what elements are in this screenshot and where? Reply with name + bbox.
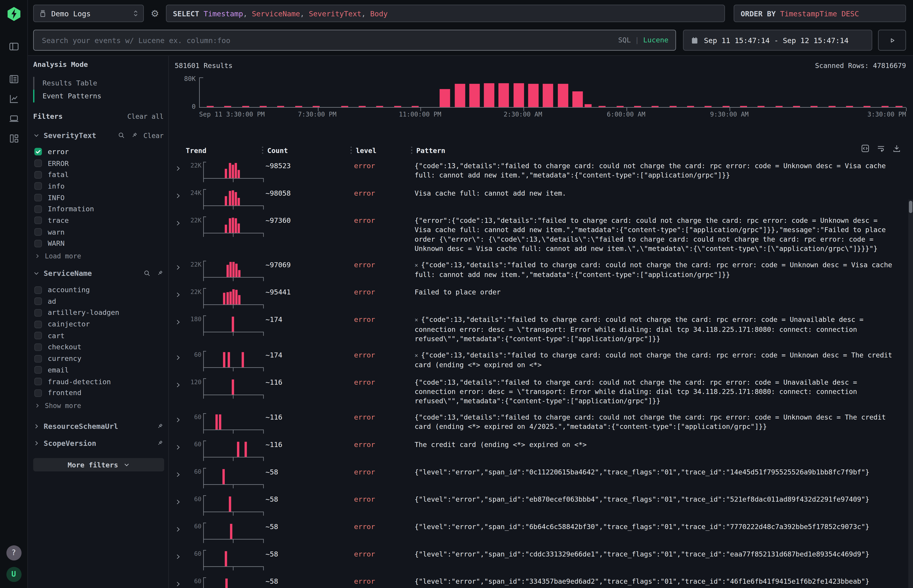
download-icon[interactable] xyxy=(892,144,902,153)
pattern-row[interactable]: 60~58error{"level":"error","span_id":"33… xyxy=(175,573,906,588)
filter-option-checkout[interactable]: checkout xyxy=(33,341,163,353)
mode-lucene[interactable]: Lucene xyxy=(643,36,668,44)
row-expand-chevron-icon[interactable] xyxy=(175,161,184,182)
user-avatar[interactable]: U xyxy=(6,567,21,582)
select-columns-input[interactable]: SELECT Timestamp, ServiceName, SeverityT… xyxy=(166,5,725,22)
pattern-row[interactable]: 60~58error{"level":"error","span_id":"cd… xyxy=(175,546,906,573)
count-cell: ~97360 xyxy=(265,215,354,253)
row-expand-chevron-icon[interactable] xyxy=(175,522,184,543)
filter-option-email[interactable]: email xyxy=(33,364,163,376)
row-expand-chevron-icon[interactable] xyxy=(175,350,184,371)
row-expand-chevron-icon[interactable] xyxy=(175,549,184,570)
pattern-row[interactable]: 60~58error{"level":"error","span_id":"6b… xyxy=(175,519,906,546)
search-icon[interactable] xyxy=(143,270,151,277)
pattern-row[interactable]: 24K~98058errorVisa cache full: cannot ad… xyxy=(175,185,906,212)
show-more-button[interactable]: Show more xyxy=(33,400,163,411)
vertical-scrollbar[interactable] xyxy=(908,200,913,588)
pin-icon[interactable] xyxy=(156,270,163,277)
run-query-button[interactable] xyxy=(878,30,906,50)
wrap-text-icon[interactable] xyxy=(876,144,885,153)
order-by-input[interactable]: ORDER BY TimestampTime DESC xyxy=(733,5,906,22)
row-expand-chevron-icon[interactable] xyxy=(175,439,184,460)
code-braces-icon[interactable] xyxy=(861,144,870,153)
clear-all-button[interactable]: Clear all xyxy=(128,112,164,121)
filter-option-error[interactable]: error xyxy=(33,146,163,158)
row-expand-chevron-icon[interactable] xyxy=(175,494,184,515)
load-more-button[interactable]: Load more xyxy=(33,250,163,262)
pattern-text: {"level":"error","span_id":"334357bae9ed… xyxy=(414,576,906,588)
help-button[interactable]: ? xyxy=(6,545,21,561)
filter-option-cainjector[interactable]: cainjector xyxy=(33,318,163,330)
pattern-row[interactable]: 60~174error×{"code":13,"details":"failed… xyxy=(175,347,906,374)
pattern-dismiss-icon[interactable]: × xyxy=(414,317,418,323)
chart-explorer-icon[interactable] xyxy=(4,90,24,108)
filter-group-resourceschemaurl[interactable]: ResourceSchemaUrl xyxy=(33,422,163,431)
pattern-dismiss-icon[interactable]: × xyxy=(414,262,418,268)
filter-group-servicename[interactable]: ServiceName xyxy=(33,269,163,278)
column-resize-handle[interactable] xyxy=(351,147,352,155)
panel-toggle-icon[interactable] xyxy=(4,38,24,55)
filter-option-ERROR[interactable]: ERROR xyxy=(33,158,163,169)
filter-group-scopeversion[interactable]: ScopeVersion xyxy=(33,439,163,448)
sessions-icon[interactable] xyxy=(4,110,24,128)
search-logs-icon[interactable] xyxy=(4,71,24,88)
filter-option-ad[interactable]: ad xyxy=(33,296,163,307)
filter-option-trace[interactable]: trace xyxy=(33,215,163,226)
pattern-row[interactable]: 22K~95441errorFailed to place order xyxy=(175,284,906,312)
trend-sparkline xyxy=(203,576,264,588)
row-expand-chevron-icon[interactable] xyxy=(175,260,184,280)
search-icon[interactable] xyxy=(118,131,125,139)
pattern-row[interactable]: 22K~97360error{"error":{"code":13,"detai… xyxy=(175,212,906,257)
results-histogram[interactable]: 80K 0 Sep 11 3:30:00 PM7:30:00 PM11:00:0… xyxy=(175,73,906,119)
row-expand-chevron-icon[interactable] xyxy=(175,412,184,433)
row-expand-chevron-icon[interactable] xyxy=(175,287,184,308)
mode-results-table[interactable]: Results Table xyxy=(33,77,163,90)
filter-option-artillery-loadgen[interactable]: artillery-loadgen xyxy=(33,307,163,319)
filter-option-Information[interactable]: Information xyxy=(33,204,163,215)
column-resize-handle[interactable] xyxy=(411,147,412,155)
pattern-row[interactable]: 22K~98523error{"code":13,"details":"fail… xyxy=(175,158,906,185)
row-expand-chevron-icon[interactable] xyxy=(175,576,184,588)
mode-sql[interactable]: SQL xyxy=(618,36,631,44)
histogram-plot[interactable] xyxy=(199,77,906,108)
filter-option-cart[interactable]: cart xyxy=(33,330,163,342)
pattern-row[interactable]: 22K~97069error×{"code":13,"details":"fai… xyxy=(175,257,906,284)
filter-option-accounting[interactable]: accounting xyxy=(33,284,163,296)
scrollbar-thumb[interactable] xyxy=(909,201,912,213)
source-select[interactable]: Demo Logs xyxy=(33,5,144,22)
pattern-row[interactable]: 60~58error{"level":"error","span_id":"0c… xyxy=(175,464,906,491)
source-settings-gear-icon[interactable]: ⚙ xyxy=(149,8,161,19)
more-filters-button[interactable]: More filters xyxy=(33,458,164,472)
time-range-picker[interactable]: Sep 11 15:47:14 - Sep 12 15:47:14 xyxy=(683,30,872,50)
pattern-row[interactable]: 60~58error{"level":"error","span_id":"eb… xyxy=(175,491,906,519)
filter-option-fraud-detection[interactable]: fraud-detection xyxy=(33,376,163,388)
row-expand-chevron-icon[interactable] xyxy=(175,377,184,406)
search-input[interactable] xyxy=(41,35,618,45)
row-expand-chevron-icon[interactable] xyxy=(175,467,184,488)
pin-icon[interactable] xyxy=(131,131,138,139)
dashboards-icon[interactable] xyxy=(4,130,24,147)
filter-option-INFO[interactable]: INFO xyxy=(33,192,163,204)
level-cell: error xyxy=(354,350,414,371)
mode-event-patterns[interactable]: Event Patterns xyxy=(33,90,163,102)
filter-option-warn[interactable]: warn xyxy=(33,226,163,238)
pattern-dismiss-icon[interactable]: × xyxy=(414,352,418,359)
filter-option-WARN[interactable]: WARN xyxy=(33,238,163,249)
filter-option-currency[interactable]: currency xyxy=(33,353,163,365)
pattern-row[interactable]: 60~116error{"code":13,"details":"failed … xyxy=(175,409,906,436)
filter-option-fatal[interactable]: fatal xyxy=(33,169,163,181)
pin-icon[interactable] xyxy=(156,439,163,447)
filter-option-info[interactable]: info xyxy=(33,181,163,192)
sparkline-bar xyxy=(232,317,234,332)
pattern-row[interactable]: 180~174error×{"code":13,"details":"faile… xyxy=(175,312,906,347)
row-expand-chevron-icon[interactable] xyxy=(175,215,184,253)
filter-option-frontend[interactable]: frontend xyxy=(33,387,163,399)
pattern-row[interactable]: 120~116error{"code":13,"details":"failed… xyxy=(175,374,906,409)
pattern-row[interactable]: 60~116errorThe credit card (ending <*> e… xyxy=(175,436,906,464)
clear-group-button[interactable]: Clear xyxy=(144,131,164,139)
row-expand-chevron-icon[interactable] xyxy=(175,188,184,209)
filter-group-severitytext[interactable]: SeverityText Clear xyxy=(33,131,163,140)
row-expand-chevron-icon[interactable] xyxy=(175,314,184,343)
column-resize-handle[interactable] xyxy=(262,147,263,155)
pin-icon[interactable] xyxy=(156,423,163,430)
